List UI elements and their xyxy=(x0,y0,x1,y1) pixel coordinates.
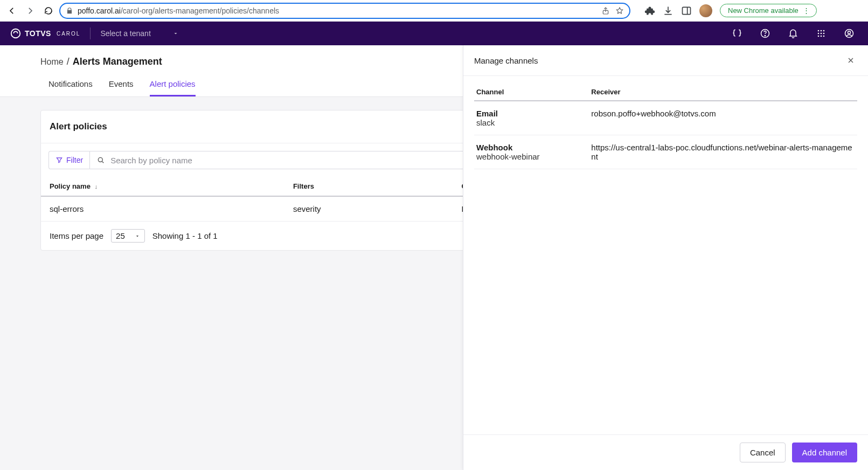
cancel-button[interactable]: Cancel xyxy=(740,443,786,462)
svg-point-17 xyxy=(98,157,102,162)
svg-point-11 xyxy=(823,33,825,34)
tab-events[interactable]: Events xyxy=(109,79,134,96)
table-row[interactable]: Webhook webhook-webinar https://us-centr… xyxy=(474,135,857,169)
showing-text: Showing 1 - 1 of 1 xyxy=(152,231,218,240)
panel-body: Channel Receiver Email slack robson.poff… xyxy=(463,76,868,434)
tab-alert-policies[interactable]: Alert policies xyxy=(150,79,196,96)
svg-point-10 xyxy=(821,33,822,34)
url-text: poffo.carol.ai/carol-org/alerts-manageme… xyxy=(78,6,597,15)
app-header: TOTVS CAROL Select a tenant xyxy=(0,22,868,45)
panel-title: Manage channels xyxy=(474,56,538,65)
channel-name: webhook-webinar xyxy=(476,152,587,161)
page: Home / Alerts Management Notifications E… xyxy=(0,45,868,470)
chrome-update-label: New Chrome available xyxy=(728,6,798,15)
cell-policy-name: sql-errors xyxy=(41,196,284,222)
close-icon xyxy=(846,56,855,65)
panel-icon[interactable] xyxy=(681,5,692,16)
address-bar[interactable]: poffo.carol.ai/carol-org/alerts-manageme… xyxy=(59,3,630,19)
tab-notifications[interactable]: Notifications xyxy=(48,79,93,96)
channel-receiver: robson.poffo+webhook@totvs.com xyxy=(589,101,857,135)
share-icon[interactable] xyxy=(601,6,610,15)
bookmark-star-icon[interactable] xyxy=(615,6,624,15)
app-logo[interactable]: TOTVS CAROL xyxy=(10,27,80,39)
svg-point-14 xyxy=(823,36,825,37)
col-receiver[interactable]: Receiver xyxy=(589,84,857,101)
svg-point-12 xyxy=(818,36,820,37)
brand-main: TOTVS xyxy=(25,29,51,38)
channel-name: slack xyxy=(476,118,587,127)
bell-icon[interactable] xyxy=(784,24,802,43)
chrome-update-button[interactable]: New Chrome available ⋮ xyxy=(720,4,817,17)
downloads-icon[interactable] xyxy=(663,5,673,16)
brand-sub: CAROL xyxy=(57,31,80,37)
lock-icon xyxy=(66,7,73,15)
panel-close-button[interactable] xyxy=(844,54,857,67)
extensions-icon[interactable] xyxy=(644,5,655,16)
table-row[interactable]: Email slack robson.poffo+webhook@totvs.c… xyxy=(474,101,857,135)
svg-point-6 xyxy=(818,30,820,32)
help-icon[interactable] xyxy=(756,24,774,43)
page-size-value: 25 xyxy=(116,231,125,240)
channel-type: Email xyxy=(476,109,587,118)
add-channel-button[interactable]: Add channel xyxy=(792,443,857,462)
svg-point-8 xyxy=(823,30,825,32)
back-button[interactable] xyxy=(4,3,19,18)
svg-point-9 xyxy=(818,33,820,34)
col-policy-name[interactable]: Policy name ↓ xyxy=(41,177,284,196)
breadcrumb-current: Alerts Management xyxy=(73,56,162,67)
filter-button-label: Filter xyxy=(66,156,83,164)
items-per-page-label: Items per page xyxy=(50,231,103,240)
manage-channels-panel: Manage channels Channel Receiver Email xyxy=(463,45,868,470)
col-filters[interactable]: Filters xyxy=(284,177,453,196)
svg-point-7 xyxy=(821,30,822,32)
svg-point-3 xyxy=(11,29,20,38)
divider xyxy=(90,27,91,39)
code-braces-icon[interactable] xyxy=(728,24,746,43)
svg-point-13 xyxy=(821,36,822,37)
col-channel[interactable]: Channel xyxy=(474,84,589,101)
channel-type: Webhook xyxy=(476,143,587,152)
reload-button[interactable] xyxy=(41,3,56,18)
svg-point-5 xyxy=(765,36,765,36)
breadcrumb-sep: / xyxy=(67,56,70,67)
channels-table: Channel Receiver Email slack robson.poff… xyxy=(474,84,857,169)
apps-grid-icon[interactable] xyxy=(812,24,830,43)
account-icon[interactable] xyxy=(840,24,858,43)
channel-receiver: https://us-central1-labs-poc.cloudfuncti… xyxy=(589,135,857,169)
svg-point-16 xyxy=(848,31,851,34)
tenant-select[interactable]: Select a tenant xyxy=(100,29,178,38)
caret-down-icon xyxy=(135,233,140,239)
panel-header: Manage channels xyxy=(463,45,868,76)
svg-rect-1 xyxy=(683,7,691,14)
breadcrumb-home[interactable]: Home xyxy=(40,57,64,67)
filter-button[interactable]: Filter xyxy=(48,151,89,169)
kebab-icon: ⋮ xyxy=(803,6,810,15)
cell-filters: severity xyxy=(284,196,453,222)
forward-button[interactable] xyxy=(23,3,38,18)
profile-avatar[interactable] xyxy=(699,4,712,17)
browser-toolbar: poffo.carol.ai/carol-org/alerts-manageme… xyxy=(0,0,868,22)
panel-footer: Cancel Add channel xyxy=(463,434,868,470)
caret-down-icon xyxy=(172,30,179,37)
funnel-icon xyxy=(55,156,63,164)
tenant-placeholder: Select a tenant xyxy=(100,29,150,38)
search-icon xyxy=(96,156,105,164)
logo-mark-icon xyxy=(10,27,22,39)
page-size-select[interactable]: 25 xyxy=(111,229,145,243)
sort-down-icon: ↓ xyxy=(95,183,98,190)
